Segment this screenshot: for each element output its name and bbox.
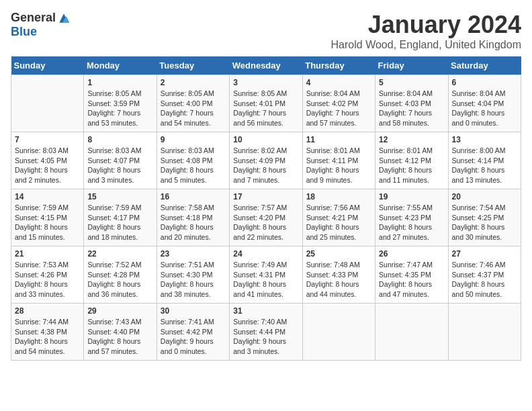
day-number: 15 (87, 192, 152, 201)
location-title: Harold Wood, England, United Kingdom (331, 39, 521, 51)
calendar-cell: 20Sunrise: 7:54 AMSunset: 4:25 PMDayligh… (448, 189, 521, 246)
day-info: Sunrise: 7:55 AMSunset: 4:23 PMDaylight:… (379, 203, 444, 242)
day-info: Sunrise: 8:04 AMSunset: 4:02 PMDaylight:… (306, 89, 371, 128)
calendar-cell: 6Sunrise: 8:04 AMSunset: 4:04 PMDaylight… (448, 75, 521, 132)
day-info: Sunrise: 7:51 AMSunset: 4:30 PMDaylight:… (161, 260, 226, 300)
calendar-cell: 28Sunrise: 7:44 AMSunset: 4:38 PMDayligh… (11, 304, 84, 361)
calendar-cell: 2Sunrise: 8:05 AMSunset: 4:00 PMDaylight… (157, 75, 229, 132)
day-number: 5 (379, 78, 444, 87)
day-info: Sunrise: 7:59 AMSunset: 4:17 PMDaylight:… (87, 203, 152, 242)
title-area: January 2024 Harold Wood, England, Unite… (331, 11, 521, 51)
header: General Blue January 2024 Harold Wood, E… (11, 11, 521, 51)
calendar-cell: 13Sunrise: 8:00 AMSunset: 4:14 PMDayligh… (448, 132, 521, 189)
day-number: 7 (15, 135, 80, 144)
day-number: 1 (87, 78, 152, 87)
day-number: 10 (233, 135, 298, 144)
calendar-cell: 18Sunrise: 7:56 AMSunset: 4:21 PMDayligh… (302, 189, 375, 246)
calendar-cell: 15Sunrise: 7:59 AMSunset: 4:17 PMDayligh… (84, 189, 157, 246)
header-row: SundayMondayTuesdayWednesdayThursdayFrid… (11, 56, 521, 75)
day-number: 23 (161, 249, 226, 259)
calendar-cell: 25Sunrise: 7:48 AMSunset: 4:33 PMDayligh… (302, 246, 375, 304)
header-day-sunday: Sunday (11, 56, 84, 75)
day-info: Sunrise: 8:02 AMSunset: 4:09 PMDaylight:… (233, 146, 298, 185)
calendar-cell (375, 304, 448, 361)
day-number: 12 (379, 135, 444, 144)
calendar-cell (11, 75, 84, 132)
calendar-cell: 19Sunrise: 7:55 AMSunset: 4:23 PMDayligh… (375, 189, 448, 246)
day-number: 31 (233, 306, 298, 316)
calendar-cell: 12Sunrise: 8:01 AMSunset: 4:12 PMDayligh… (375, 132, 448, 189)
day-info: Sunrise: 8:05 AMSunset: 4:00 PMDaylight:… (161, 89, 226, 128)
calendar-cell: 3Sunrise: 8:05 AMSunset: 4:01 PMDaylight… (230, 75, 302, 132)
logo-icon (57, 11, 71, 25)
day-info: Sunrise: 8:03 AMSunset: 4:08 PMDaylight:… (161, 146, 226, 185)
calendar-cell: 26Sunrise: 7:47 AMSunset: 4:35 PMDayligh… (375, 246, 448, 304)
day-number: 27 (452, 249, 517, 259)
calendar-table: SundayMondayTuesdayWednesdayThursdayFrid… (11, 56, 521, 361)
day-number: 17 (233, 192, 298, 201)
day-info: Sunrise: 8:04 AMSunset: 4:03 PMDaylight:… (379, 89, 444, 128)
day-info: Sunrise: 7:41 AMSunset: 4:42 PMDaylight:… (161, 317, 226, 357)
calendar-cell: 1Sunrise: 8:05 AMSunset: 3:59 PMDaylight… (84, 75, 157, 132)
day-info: Sunrise: 8:01 AMSunset: 4:11 PMDaylight:… (306, 146, 371, 185)
calendar-cell (448, 304, 521, 361)
week-row-4: 21Sunrise: 7:53 AMSunset: 4:26 PMDayligh… (11, 246, 521, 304)
day-number: 6 (452, 78, 517, 87)
day-info: Sunrise: 7:46 AMSunset: 4:37 PMDaylight:… (452, 260, 517, 300)
calendar-cell: 4Sunrise: 8:04 AMSunset: 4:02 PMDaylight… (302, 75, 375, 132)
calendar-cell: 22Sunrise: 7:52 AMSunset: 4:28 PMDayligh… (84, 246, 157, 304)
day-info: Sunrise: 7:53 AMSunset: 4:26 PMDaylight:… (15, 260, 80, 300)
header-day-friday: Friday (375, 56, 448, 75)
day-info: Sunrise: 8:00 AMSunset: 4:14 PMDaylight:… (452, 146, 517, 185)
day-info: Sunrise: 7:43 AMSunset: 4:40 PMDaylight:… (87, 317, 152, 357)
day-info: Sunrise: 7:40 AMSunset: 4:44 PMDaylight:… (233, 317, 298, 357)
day-info: Sunrise: 7:49 AMSunset: 4:31 PMDaylight:… (233, 260, 298, 300)
logo: General Blue (11, 11, 71, 39)
day-info: Sunrise: 7:47 AMSunset: 4:35 PMDaylight:… (379, 260, 444, 300)
month-title: January 2024 (331, 11, 521, 39)
day-number: 30 (161, 306, 226, 316)
calendar-cell (302, 304, 375, 361)
day-number: 4 (306, 78, 371, 87)
calendar-cell: 21Sunrise: 7:53 AMSunset: 4:26 PMDayligh… (11, 246, 84, 304)
week-row-2: 7Sunrise: 8:03 AMSunset: 4:05 PMDaylight… (11, 132, 521, 189)
day-number: 3 (233, 78, 298, 87)
header-day-thursday: Thursday (302, 56, 375, 75)
calendar-cell: 23Sunrise: 7:51 AMSunset: 4:30 PMDayligh… (157, 246, 229, 304)
logo-general-text: General (11, 11, 56, 25)
day-info: Sunrise: 7:59 AMSunset: 4:15 PMDaylight:… (15, 203, 80, 242)
day-number: 19 (379, 192, 444, 201)
header-day-saturday: Saturday (448, 56, 521, 75)
day-number: 14 (15, 192, 80, 201)
header-day-monday: Monday (84, 56, 157, 75)
day-info: Sunrise: 8:04 AMSunset: 4:04 PMDaylight:… (452, 89, 517, 128)
calendar-cell: 7Sunrise: 8:03 AMSunset: 4:05 PMDaylight… (11, 132, 84, 189)
header-day-wednesday: Wednesday (230, 56, 302, 75)
day-info: Sunrise: 8:01 AMSunset: 4:12 PMDaylight:… (379, 146, 444, 185)
day-number: 26 (379, 249, 444, 259)
day-number: 13 (452, 135, 517, 144)
day-info: Sunrise: 7:54 AMSunset: 4:25 PMDaylight:… (452, 203, 517, 242)
day-number: 24 (233, 249, 298, 259)
day-info: Sunrise: 7:44 AMSunset: 4:38 PMDaylight:… (15, 317, 80, 357)
day-info: Sunrise: 7:58 AMSunset: 4:18 PMDaylight:… (161, 203, 226, 242)
day-number: 28 (15, 306, 80, 316)
calendar-cell: 16Sunrise: 7:58 AMSunset: 4:18 PMDayligh… (157, 189, 229, 246)
day-info: Sunrise: 7:52 AMSunset: 4:28 PMDaylight:… (87, 260, 152, 300)
calendar-cell: 31Sunrise: 7:40 AMSunset: 4:44 PMDayligh… (230, 304, 302, 361)
header-day-tuesday: Tuesday (157, 56, 229, 75)
calendar-cell: 9Sunrise: 8:03 AMSunset: 4:08 PMDaylight… (157, 132, 229, 189)
calendar-cell: 24Sunrise: 7:49 AMSunset: 4:31 PMDayligh… (230, 246, 302, 304)
day-number: 11 (306, 135, 371, 144)
calendar-cell: 14Sunrise: 7:59 AMSunset: 4:15 PMDayligh… (11, 189, 84, 246)
day-number: 18 (306, 192, 371, 201)
day-number: 22 (87, 249, 152, 259)
logo-blue-text: Blue (11, 25, 37, 39)
week-row-5: 28Sunrise: 7:44 AMSunset: 4:38 PMDayligh… (11, 304, 521, 361)
day-number: 20 (452, 192, 517, 201)
week-row-3: 14Sunrise: 7:59 AMSunset: 4:15 PMDayligh… (11, 189, 521, 246)
day-info: Sunrise: 8:03 AMSunset: 4:07 PMDaylight:… (87, 146, 152, 185)
day-info: Sunrise: 8:05 AMSunset: 4:01 PMDaylight:… (233, 89, 298, 128)
calendar-cell: 29Sunrise: 7:43 AMSunset: 4:40 PMDayligh… (84, 304, 157, 361)
day-number: 16 (161, 192, 226, 201)
